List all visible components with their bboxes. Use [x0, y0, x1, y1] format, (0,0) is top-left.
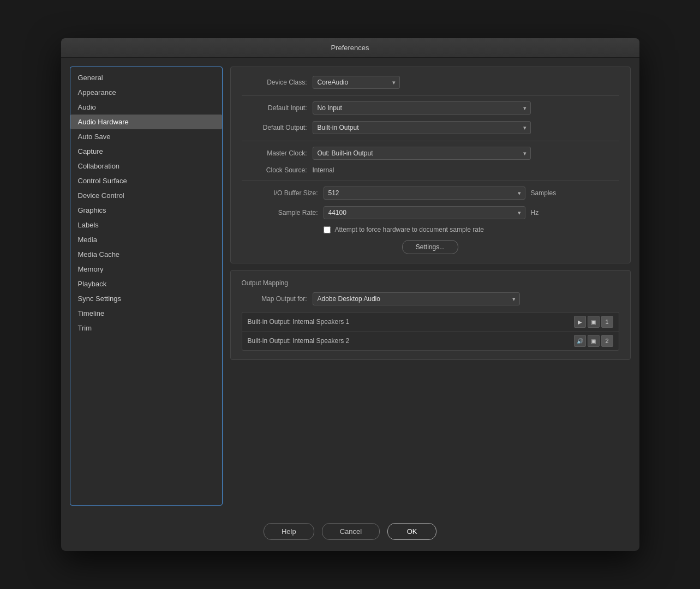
- clock-source-label: Clock Source:: [242, 166, 307, 174]
- sample-rate-select-wrapper: 44100: [324, 206, 525, 219]
- map-output-select-wrapper: Adobe Desktop Audio: [313, 292, 520, 305]
- map-output-select[interactable]: Adobe Desktop Audio: [313, 292, 520, 305]
- io-buffer-label: I/O Buffer Size:: [242, 189, 318, 197]
- sidebar-item-control-surface[interactable]: Control Surface: [70, 173, 222, 188]
- device-settings-panel: Device Class: CoreAudio Default Input: N…: [230, 67, 631, 263]
- device-class-select-wrapper: CoreAudio: [313, 76, 400, 89]
- sidebar: GeneralAppearanceAudioAudio HardwareAuto…: [70, 67, 223, 506]
- output-ctrl-map-2[interactable]: ▣: [588, 335, 600, 347]
- default-input-row: Default Input: No Input: [242, 101, 619, 115]
- sample-rate-unit: Hz: [531, 209, 539, 217]
- dialog-title: Preferences: [331, 44, 369, 52]
- sidebar-item-media[interactable]: Media: [70, 232, 222, 247]
- output-ctrl-num-1: 1: [601, 316, 613, 328]
- io-buffer-unit: Samples: [531, 189, 557, 197]
- default-output-row: Default Output: Built-in Output: [242, 121, 619, 134]
- sample-rate-row: Sample Rate: 44100 Hz: [242, 206, 619, 219]
- default-output-label: Default Output:: [242, 124, 307, 131]
- output-mapping-panel: Output Mapping Map Output for: Adobe Des…: [230, 270, 631, 360]
- sidebar-item-device-control[interactable]: Device Control: [70, 188, 222, 203]
- output-ctrl-play-2[interactable]: 🔊: [574, 335, 586, 347]
- sidebar-item-playback[interactable]: Playback: [70, 277, 222, 291]
- sidebar-item-timeline[interactable]: Timeline: [70, 306, 222, 321]
- force-hw-row: Attempt to force hardware to document sa…: [324, 226, 619, 233]
- sidebar-item-appearance[interactable]: Appearance: [70, 85, 222, 100]
- divider-1: [242, 95, 619, 96]
- footer: Help Cancel OK: [61, 514, 639, 551]
- output-ctrl-num-2: 2: [601, 335, 613, 347]
- sidebar-item-trim[interactable]: Trim: [70, 321, 222, 335]
- dialog-body: GeneralAppearanceAudioAudio HardwareAuto…: [61, 58, 639, 514]
- master-clock-select-wrapper: Out: Built-in Output: [313, 147, 531, 160]
- device-class-select[interactable]: CoreAudio: [313, 76, 400, 89]
- force-hw-label: Attempt to force hardware to document sa…: [335, 226, 484, 233]
- sidebar-item-general[interactable]: General: [70, 70, 222, 85]
- output-row-label-2: Built-in Output: Internal Speakers 2: [248, 337, 569, 345]
- sidebar-item-memory[interactable]: Memory: [70, 262, 222, 277]
- sidebar-item-auto-save[interactable]: Auto Save: [70, 129, 222, 144]
- output-mapping-title: Output Mapping: [242, 279, 619, 287]
- master-clock-label: Master Clock:: [242, 149, 307, 157]
- cancel-button[interactable]: Cancel: [322, 523, 380, 540]
- preferences-dialog: Preferences GeneralAppearanceAudioAudio …: [61, 38, 639, 551]
- settings-btn-row: Settings...: [242, 240, 619, 254]
- output-controls-1: ▶ ▣ 1: [574, 316, 613, 328]
- output-mapping-table: Built-in Output: Internal Speakers 1 ▶ ▣…: [242, 312, 619, 351]
- default-input-label: Default Input:: [242, 104, 307, 112]
- settings-button[interactable]: Settings...: [402, 240, 458, 254]
- master-clock-select[interactable]: Out: Built-in Output: [313, 147, 531, 160]
- sample-rate-select[interactable]: 44100: [324, 206, 525, 219]
- sidebar-item-audio[interactable]: Audio: [70, 100, 222, 115]
- sidebar-item-sync-settings[interactable]: Sync Settings: [70, 291, 222, 306]
- default-output-select[interactable]: Built-in Output: [313, 121, 531, 134]
- help-button[interactable]: Help: [264, 523, 314, 540]
- output-row-label-1: Built-in Output: Internal Speakers 1: [248, 318, 569, 326]
- main-content: Device Class: CoreAudio Default Input: N…: [230, 67, 631, 506]
- sidebar-item-collaboration[interactable]: Collaboration: [70, 159, 222, 173]
- io-buffer-select-wrapper: 512: [324, 187, 525, 200]
- ok-button[interactable]: OK: [387, 523, 436, 540]
- default-input-select-wrapper: No Input: [313, 101, 531, 115]
- output-row-2: Built-in Output: Internal Speakers 2 🔊 ▣…: [242, 332, 619, 350]
- divider-3: [242, 181, 619, 181]
- output-ctrl-map-1[interactable]: ▣: [588, 316, 600, 328]
- map-output-label: Map Output for:: [242, 295, 307, 303]
- clock-source-value: Internal: [313, 166, 334, 174]
- sidebar-item-capture[interactable]: Capture: [70, 144, 222, 159]
- device-class-row: Device Class: CoreAudio: [242, 76, 619, 89]
- sidebar-item-labels[interactable]: Labels: [70, 218, 222, 232]
- io-buffer-select[interactable]: 512: [324, 187, 525, 200]
- map-output-row: Map Output for: Adobe Desktop Audio: [242, 292, 619, 305]
- default-input-select[interactable]: No Input: [313, 101, 531, 115]
- default-output-select-wrapper: Built-in Output: [313, 121, 531, 134]
- clock-source-row: Clock Source: Internal: [242, 166, 619, 174]
- sidebar-item-audio-hardware[interactable]: Audio Hardware: [70, 115, 222, 129]
- device-class-label: Device Class:: [242, 79, 307, 86]
- output-row-1: Built-in Output: Internal Speakers 1 ▶ ▣…: [242, 312, 619, 332]
- sidebar-item-graphics[interactable]: Graphics: [70, 203, 222, 218]
- output-ctrl-play-1[interactable]: ▶: [574, 316, 586, 328]
- master-clock-row: Master Clock: Out: Built-in Output: [242, 147, 619, 160]
- output-controls-2: 🔊 ▣ 2: [574, 335, 613, 347]
- sample-rate-label: Sample Rate:: [242, 209, 318, 217]
- force-hw-checkbox[interactable]: [324, 226, 331, 233]
- title-bar: Preferences: [61, 38, 639, 58]
- sidebar-item-media-cache[interactable]: Media Cache: [70, 247, 222, 262]
- io-buffer-row: I/O Buffer Size: 512 Samples: [242, 187, 619, 200]
- divider-2: [242, 141, 619, 141]
